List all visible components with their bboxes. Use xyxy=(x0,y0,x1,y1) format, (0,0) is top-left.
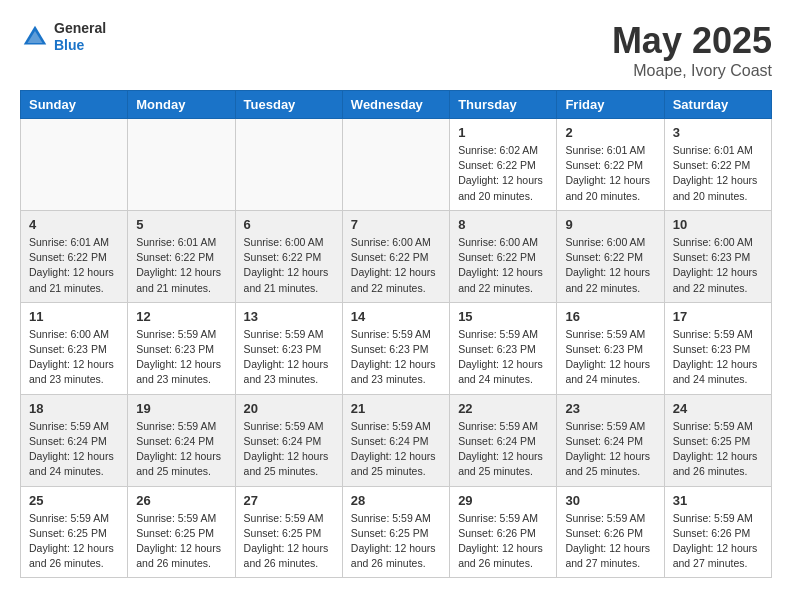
page-header: General Blue May 2025 Moape, Ivory Coast xyxy=(20,20,772,80)
calendar-week-row: 11Sunrise: 6:00 AM Sunset: 6:23 PM Dayli… xyxy=(21,302,772,394)
day-number: 30 xyxy=(565,493,655,508)
day-info: Sunrise: 5:59 AM Sunset: 6:25 PM Dayligh… xyxy=(29,511,119,572)
title-block: May 2025 Moape, Ivory Coast xyxy=(612,20,772,80)
day-number: 25 xyxy=(29,493,119,508)
calendar-day-cell: 1Sunrise: 6:02 AM Sunset: 6:22 PM Daylig… xyxy=(450,119,557,211)
calendar-day-cell: 6Sunrise: 6:00 AM Sunset: 6:22 PM Daylig… xyxy=(235,210,342,302)
day-info: Sunrise: 6:01 AM Sunset: 6:22 PM Dayligh… xyxy=(136,235,226,296)
calendar-day-cell: 30Sunrise: 5:59 AM Sunset: 6:26 PM Dayli… xyxy=(557,486,664,578)
calendar-day-cell: 24Sunrise: 5:59 AM Sunset: 6:25 PM Dayli… xyxy=(664,394,771,486)
day-info: Sunrise: 5:59 AM Sunset: 6:23 PM Dayligh… xyxy=(244,327,334,388)
calendar-day-cell: 28Sunrise: 5:59 AM Sunset: 6:25 PM Dayli… xyxy=(342,486,449,578)
day-info: Sunrise: 5:59 AM Sunset: 6:23 PM Dayligh… xyxy=(673,327,763,388)
calendar-day-cell: 12Sunrise: 5:59 AM Sunset: 6:23 PM Dayli… xyxy=(128,302,235,394)
calendar-day-cell: 20Sunrise: 5:59 AM Sunset: 6:24 PM Dayli… xyxy=(235,394,342,486)
calendar-day-cell: 26Sunrise: 5:59 AM Sunset: 6:25 PM Dayli… xyxy=(128,486,235,578)
day-info: Sunrise: 5:59 AM Sunset: 6:24 PM Dayligh… xyxy=(29,419,119,480)
day-number: 5 xyxy=(136,217,226,232)
calendar-header-row: SundayMondayTuesdayWednesdayThursdayFrid… xyxy=(21,91,772,119)
day-info: Sunrise: 5:59 AM Sunset: 6:24 PM Dayligh… xyxy=(136,419,226,480)
calendar-day-cell: 22Sunrise: 5:59 AM Sunset: 6:24 PM Dayli… xyxy=(450,394,557,486)
day-info: Sunrise: 5:59 AM Sunset: 6:23 PM Dayligh… xyxy=(351,327,441,388)
day-info: Sunrise: 6:02 AM Sunset: 6:22 PM Dayligh… xyxy=(458,143,548,204)
weekday-header: Friday xyxy=(557,91,664,119)
day-number: 6 xyxy=(244,217,334,232)
day-info: Sunrise: 5:59 AM Sunset: 6:25 PM Dayligh… xyxy=(351,511,441,572)
calendar-day-cell: 11Sunrise: 6:00 AM Sunset: 6:23 PM Dayli… xyxy=(21,302,128,394)
day-number: 29 xyxy=(458,493,548,508)
calendar-day-cell: 10Sunrise: 6:00 AM Sunset: 6:23 PM Dayli… xyxy=(664,210,771,302)
calendar-day-cell: 31Sunrise: 5:59 AM Sunset: 6:26 PM Dayli… xyxy=(664,486,771,578)
logo-icon xyxy=(20,22,50,52)
calendar-day-cell: 5Sunrise: 6:01 AM Sunset: 6:22 PM Daylig… xyxy=(128,210,235,302)
day-number: 11 xyxy=(29,309,119,324)
calendar-day-cell: 7Sunrise: 6:00 AM Sunset: 6:22 PM Daylig… xyxy=(342,210,449,302)
day-number: 13 xyxy=(244,309,334,324)
day-number: 22 xyxy=(458,401,548,416)
day-info: Sunrise: 5:59 AM Sunset: 6:24 PM Dayligh… xyxy=(565,419,655,480)
calendar-day-cell: 8Sunrise: 6:00 AM Sunset: 6:22 PM Daylig… xyxy=(450,210,557,302)
calendar-day-cell: 9Sunrise: 6:00 AM Sunset: 6:22 PM Daylig… xyxy=(557,210,664,302)
calendar-day-cell: 17Sunrise: 5:59 AM Sunset: 6:23 PM Dayli… xyxy=(664,302,771,394)
calendar-day-cell: 13Sunrise: 5:59 AM Sunset: 6:23 PM Dayli… xyxy=(235,302,342,394)
day-info: Sunrise: 5:59 AM Sunset: 6:23 PM Dayligh… xyxy=(565,327,655,388)
calendar-day-cell: 2Sunrise: 6:01 AM Sunset: 6:22 PM Daylig… xyxy=(557,119,664,211)
calendar-day-cell: 4Sunrise: 6:01 AM Sunset: 6:22 PM Daylig… xyxy=(21,210,128,302)
calendar-day-cell: 18Sunrise: 5:59 AM Sunset: 6:24 PM Dayli… xyxy=(21,394,128,486)
day-number: 21 xyxy=(351,401,441,416)
calendar-day-cell: 15Sunrise: 5:59 AM Sunset: 6:23 PM Dayli… xyxy=(450,302,557,394)
day-number: 20 xyxy=(244,401,334,416)
month-title: May 2025 xyxy=(612,20,772,62)
day-number: 18 xyxy=(29,401,119,416)
day-info: Sunrise: 5:59 AM Sunset: 6:23 PM Dayligh… xyxy=(136,327,226,388)
day-number: 1 xyxy=(458,125,548,140)
day-number: 23 xyxy=(565,401,655,416)
day-info: Sunrise: 6:00 AM Sunset: 6:22 PM Dayligh… xyxy=(458,235,548,296)
calendar-day-cell: 16Sunrise: 5:59 AM Sunset: 6:23 PM Dayli… xyxy=(557,302,664,394)
calendar-week-row: 25Sunrise: 5:59 AM Sunset: 6:25 PM Dayli… xyxy=(21,486,772,578)
logo: General Blue xyxy=(20,20,106,54)
location: Moape, Ivory Coast xyxy=(612,62,772,80)
calendar-week-row: 4Sunrise: 6:01 AM Sunset: 6:22 PM Daylig… xyxy=(21,210,772,302)
day-number: 24 xyxy=(673,401,763,416)
day-number: 31 xyxy=(673,493,763,508)
weekday-header: Thursday xyxy=(450,91,557,119)
day-number: 2 xyxy=(565,125,655,140)
calendar-day-cell xyxy=(128,119,235,211)
day-info: Sunrise: 6:00 AM Sunset: 6:22 PM Dayligh… xyxy=(351,235,441,296)
day-info: Sunrise: 6:00 AM Sunset: 6:23 PM Dayligh… xyxy=(673,235,763,296)
day-info: Sunrise: 5:59 AM Sunset: 6:25 PM Dayligh… xyxy=(673,419,763,480)
day-number: 8 xyxy=(458,217,548,232)
weekday-header: Wednesday xyxy=(342,91,449,119)
weekday-header: Monday xyxy=(128,91,235,119)
day-number: 15 xyxy=(458,309,548,324)
day-info: Sunrise: 6:00 AM Sunset: 6:22 PM Dayligh… xyxy=(565,235,655,296)
day-number: 14 xyxy=(351,309,441,324)
calendar-day-cell: 3Sunrise: 6:01 AM Sunset: 6:22 PM Daylig… xyxy=(664,119,771,211)
calendar-day-cell xyxy=(21,119,128,211)
day-info: Sunrise: 5:59 AM Sunset: 6:26 PM Dayligh… xyxy=(458,511,548,572)
day-info: Sunrise: 6:01 AM Sunset: 6:22 PM Dayligh… xyxy=(673,143,763,204)
day-info: Sunrise: 5:59 AM Sunset: 6:24 PM Dayligh… xyxy=(244,419,334,480)
calendar-week-row: 1Sunrise: 6:02 AM Sunset: 6:22 PM Daylig… xyxy=(21,119,772,211)
logo-general: General xyxy=(54,20,106,37)
day-number: 19 xyxy=(136,401,226,416)
calendar-day-cell: 14Sunrise: 5:59 AM Sunset: 6:23 PM Dayli… xyxy=(342,302,449,394)
day-number: 10 xyxy=(673,217,763,232)
day-number: 17 xyxy=(673,309,763,324)
logo-blue: Blue xyxy=(54,37,106,54)
calendar-day-cell: 27Sunrise: 5:59 AM Sunset: 6:25 PM Dayli… xyxy=(235,486,342,578)
day-number: 9 xyxy=(565,217,655,232)
day-info: Sunrise: 5:59 AM Sunset: 6:26 PM Dayligh… xyxy=(565,511,655,572)
weekday-header: Sunday xyxy=(21,91,128,119)
day-number: 7 xyxy=(351,217,441,232)
calendar-day-cell: 25Sunrise: 5:59 AM Sunset: 6:25 PM Dayli… xyxy=(21,486,128,578)
calendar-day-cell: 29Sunrise: 5:59 AM Sunset: 6:26 PM Dayli… xyxy=(450,486,557,578)
day-number: 16 xyxy=(565,309,655,324)
calendar-day-cell: 23Sunrise: 5:59 AM Sunset: 6:24 PM Dayli… xyxy=(557,394,664,486)
calendar-day-cell: 19Sunrise: 5:59 AM Sunset: 6:24 PM Dayli… xyxy=(128,394,235,486)
weekday-header: Tuesday xyxy=(235,91,342,119)
calendar-week-row: 18Sunrise: 5:59 AM Sunset: 6:24 PM Dayli… xyxy=(21,394,772,486)
day-info: Sunrise: 6:01 AM Sunset: 6:22 PM Dayligh… xyxy=(565,143,655,204)
calendar-day-cell: 21Sunrise: 5:59 AM Sunset: 6:24 PM Dayli… xyxy=(342,394,449,486)
